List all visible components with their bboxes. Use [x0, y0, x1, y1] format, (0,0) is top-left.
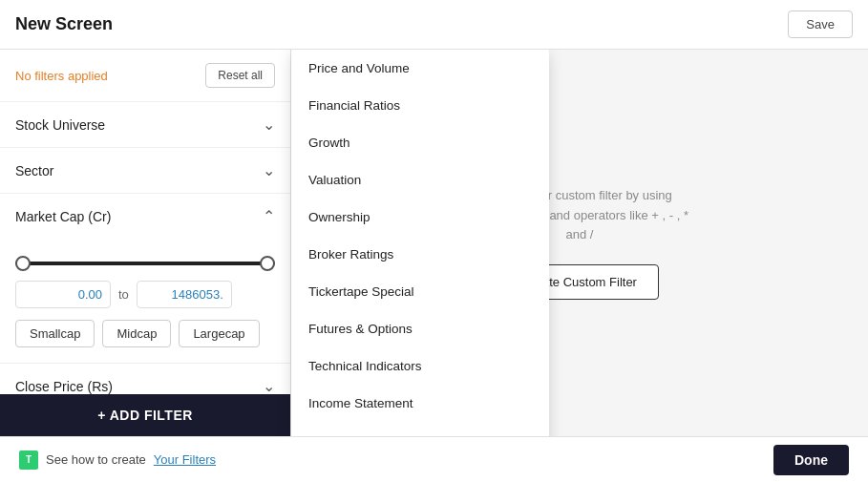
tickertape-icon: T [19, 451, 38, 470]
page-title: New Screen [15, 14, 113, 34]
range-inputs: to [15, 281, 275, 308]
max-value-input[interactable] [137, 281, 232, 308]
slider-thumb-left[interactable] [15, 256, 31, 271]
market-cap-label: Market Cap (Cr) [15, 209, 111, 224]
dropdown-item-tickertape-special[interactable]: Tickertape Special [291, 273, 549, 310]
filter-section-sector: Sector ⌄ [0, 148, 290, 194]
market-cap-content: to Smallcap Midcap Largecap [0, 239, 290, 363]
dropdown-item-growth[interactable]: Growth [291, 124, 549, 161]
midcap-button[interactable]: Midcap [102, 320, 171, 347]
close-price-label: Close Price (Rs) [15, 379, 113, 394]
filter-dropdown: Price and Volume Financial Ratios Growth… [291, 50, 549, 436]
dropdown-item-price-volume[interactable]: Price and Volume [291, 50, 549, 87]
filter-section-market-cap: Market Cap (Cr) ⌃ to [0, 194, 290, 364]
bottom-bar: T See how to create Your Filters Done [0, 436, 868, 482]
market-cap-chevron-icon: ⌃ [263, 207, 275, 225]
dropdown-item-technical-indicators[interactable]: Technical Indicators [291, 347, 549, 385]
filter-section-stock-universe: Stock Universe ⌄ [0, 102, 290, 148]
no-filters-label: No filters applied [15, 69, 108, 83]
dropdown-scroll-list: Price and Volume Financial Ratios Growth… [291, 50, 549, 436]
close-price-header[interactable]: Close Price (Rs) ⌄ [0, 364, 290, 394]
smallcap-button[interactable]: Smallcap [15, 320, 95, 347]
close-price-chevron-icon: ⌄ [263, 377, 275, 394]
slider-thumb-right[interactable] [260, 256, 275, 271]
slider-container [15, 262, 275, 265]
filter-status-bar: No filters applied Reset all [0, 50, 290, 102]
stock-universe-label: Stock Universe [15, 117, 105, 133]
dropdown-item-valuation[interactable]: Valuation [291, 161, 549, 199]
see-how-text: See how to create [46, 452, 146, 467]
main-wrapper: No filters applied Reset all Stock Unive… [0, 50, 868, 436]
largecap-button[interactable]: Largecap [179, 320, 259, 347]
cap-buttons: Smallcap Midcap Largecap [15, 320, 275, 347]
top-bar: New Screen Save [0, 0, 868, 50]
dropdown-item-balance-sheet[interactable]: Balance Sheet & Cash Flow [291, 422, 549, 436]
left-panel: No filters applied Reset all Stock Unive… [0, 50, 291, 436]
filter-sections: Stock Universe ⌄ Sector ⌄ Market Cap (Cr… [0, 102, 290, 394]
market-cap-header[interactable]: Market Cap (Cr) ⌃ [0, 194, 290, 239]
dropdown-item-broker-ratings[interactable]: Broker Ratings [291, 236, 549, 273]
stock-universe-header[interactable]: Stock Universe ⌄ [0, 102, 290, 147]
save-button[interactable]: Save [788, 10, 853, 38]
stock-universe-chevron-icon: ⌄ [263, 115, 275, 134]
your-filters-link[interactable]: Your Filters [154, 452, 216, 467]
bottom-left-content: T See how to create Your Filters [19, 451, 216, 470]
sector-chevron-icon: ⌄ [263, 161, 275, 179]
min-value-input[interactable] [15, 281, 111, 308]
filter-section-close-price: Close Price (Rs) ⌄ [0, 364, 290, 394]
slider-track[interactable] [15, 262, 275, 265]
dropdown-item-income-statement[interactable]: Income Statement [291, 385, 549, 422]
dropdown-item-financial-ratios[interactable]: Financial Ratios [291, 87, 549, 124]
sector-label: Sector [15, 163, 53, 178]
add-filter-button[interactable]: + ADD FILTER [0, 394, 290, 436]
dropdown-item-futures-options[interactable]: Futures & Options [291, 310, 549, 347]
dropdown-item-ownership[interactable]: Ownership [291, 199, 549, 236]
reset-all-button[interactable]: Reset all [205, 63, 275, 88]
sector-header[interactable]: Sector ⌄ [0, 148, 290, 193]
range-separator: to [118, 287, 129, 302]
done-button[interactable]: Done [773, 445, 849, 475]
